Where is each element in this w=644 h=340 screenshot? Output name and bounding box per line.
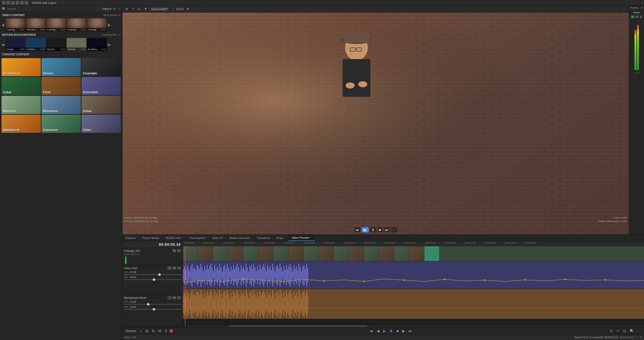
- transport-snap-icon[interactable]: ⊞: [144, 328, 149, 333]
- track-bg-pan-slider[interactable]: [124, 309, 181, 310]
- cursor-icon[interactable]: ↗: [131, 7, 135, 11]
- curated-item-mountains[interactable]: Mountains: [42, 96, 81, 114]
- curated-item-urban[interactable]: Urban: [82, 96, 121, 114]
- play-btn[interactable]: ▶: [382, 328, 387, 333]
- tab-video-preview-close[interactable]: ×: [310, 236, 311, 239]
- settings-status-icon[interactable]: ⚙: [640, 336, 642, 339]
- video-thumb-4[interactable]: A young...0:12: [67, 18, 86, 31]
- track-footage-s-btn[interactable]: S: [177, 249, 181, 252]
- preview-pause-btn[interactable]: ⏸: [370, 227, 376, 232]
- snap-icon[interactable]: ⊞: [125, 7, 129, 11]
- track-vo-s-btn[interactable]: S: [177, 266, 181, 270]
- tab-transitions[interactable]: Transitions: [254, 235, 273, 241]
- ff-btn[interactable]: ⏭: [408, 328, 413, 333]
- more-options-icon[interactable]: ⋯: [117, 7, 120, 11]
- playhead[interactable]: [185, 246, 185, 325]
- open-icon[interactable]: [11, 1, 15, 5]
- tab-proje[interactable]: Proje...: [273, 235, 288, 241]
- star-icon[interactable]: ★: [113, 7, 116, 11]
- select-btn[interactable]: ⊡: [622, 328, 627, 333]
- s-button[interactable]: S: [639, 15, 642, 18]
- settings-icon[interactable]: ⚙: [641, 7, 643, 9]
- zoom-icon[interactable]: ⊞: [186, 7, 190, 11]
- track-bg-icon[interactable]: 🎵: [168, 296, 172, 300]
- script-icon[interactable]: ⚑: [143, 7, 148, 11]
- transport-s-icon[interactable]: S: [164, 328, 168, 333]
- track-vo-pan-slider[interactable]: [124, 279, 181, 280]
- video-thumb-3[interactable]: A young...0:13: [46, 18, 66, 31]
- rewind-btn[interactable]: ⏮: [369, 328, 374, 333]
- curated-item-wanderlust[interactable]: Wanderlust: [2, 115, 41, 133]
- edit-btn[interactable]: ✂: [616, 328, 621, 333]
- curated-item-drones[interactable]: Drones: [42, 58, 81, 76]
- track-vo-icon[interactable]: 🎙: [168, 266, 172, 270]
- tab-hub-explorer[interactable]: Hub Explorer: [186, 235, 209, 241]
- motion-thumb-next-icon[interactable]: ▶: [107, 42, 111, 47]
- curated-item-innovation[interactable]: Innovation: [82, 77, 121, 95]
- motion-thumb-prev-icon[interactable]: ◀: [1, 42, 5, 47]
- tab-vegas-hub[interactable]: VEGAS Hub ×: [162, 235, 186, 241]
- tab-explorer[interactable]: Explorer: [123, 235, 139, 241]
- m-button[interactable]: M: [635, 15, 639, 18]
- tab-project-media[interactable]: Project Media: [139, 235, 162, 241]
- tab-video-fx[interactable]: Video FX: [209, 235, 226, 241]
- motion-thumb-2[interactable]: A vibran...0:10: [26, 38, 46, 51]
- audio-voiceover-track[interactable]: [183, 261, 644, 289]
- curated-item-cinematic[interactable]: Cinematic: [82, 58, 121, 76]
- video-track[interactable]: [183, 246, 644, 261]
- new-icon[interactable]: [7, 1, 10, 5]
- motion-thumb-1[interactable]: Creepy...0:09: [6, 38, 25, 51]
- tab-video-preview[interactable]: Video Preview ×: [288, 235, 315, 241]
- video-thumb-1[interactable]: A young...0:07: [6, 18, 25, 31]
- menu-icon[interactable]: [2, 1, 6, 5]
- search-input[interactable]: [7, 7, 101, 10]
- timeline-scrollbar-thumb[interactable]: [229, 325, 367, 327]
- motion-thumb-4[interactable]: Animati...0:30: [67, 38, 86, 51]
- tab-vegas-hub-close[interactable]: ×: [182, 236, 183, 239]
- more-btns[interactable]: ⋯: [636, 328, 642, 333]
- undo-icon[interactable]: [20, 1, 24, 5]
- fx-button[interactable]: fx: [631, 15, 634, 18]
- zoom-in-btn[interactable]: 🔍: [629, 328, 635, 333]
- transport-m-icon[interactable]: M: [157, 328, 162, 333]
- motion-bg-sort[interactable]: Trending Now ▾: [102, 33, 120, 36]
- preview-stop-btn[interactable]: ■: [378, 227, 382, 232]
- more-preview-icon[interactable]: ⋯: [202, 7, 206, 11]
- motion-thumb-5[interactable]: Breaking...0:10: [87, 38, 107, 51]
- preview-play-btn[interactable]: ▶: [362, 227, 369, 232]
- track-footage-m-btn[interactable]: M: [172, 249, 176, 252]
- track-bg-vol-slider[interactable]: [124, 304, 181, 305]
- preview-more-btn[interactable]: ⋯: [391, 227, 397, 232]
- track-bg-s-btn[interactable]: S: [177, 296, 181, 300]
- preview-prev-btn[interactable]: ⏮: [354, 227, 360, 232]
- video-content-dropdown[interactable]: Video ▾: [102, 7, 111, 11]
- curated-item-wellness[interactable]: Wellness: [2, 96, 41, 114]
- video-thumb-2[interactable]: Two you...0:06: [26, 18, 46, 31]
- audio-bgmusic-track[interactable]: [183, 289, 644, 319]
- transport-fx-icon[interactable]: fx: [151, 328, 156, 333]
- prev-frame-btn[interactable]: ◀: [376, 328, 381, 333]
- curated-item-food[interactable]: Food: [42, 77, 81, 95]
- quality-dropdown[interactable]: Good (Half) ▾: [150, 7, 169, 11]
- video-thumb-5[interactable]: A young...0:11: [87, 18, 107, 31]
- fx-icon[interactable]: fx: [137, 7, 141, 11]
- motion-thumb-3[interactable]: Top Do...0:10: [46, 38, 66, 51]
- thumb-prev-icon[interactable]: ◀: [1, 23, 5, 27]
- record-btn[interactable]: ●: [170, 329, 173, 332]
- grid-icon[interactable]: ⋮⋮: [192, 7, 199, 11]
- timeline-scrollbar[interactable]: [183, 325, 644, 327]
- redo-icon[interactable]: [25, 1, 28, 5]
- track-bg-m-btn[interactable]: M: [172, 296, 176, 300]
- video-content-sort[interactable]: Most Recent ▾: [103, 14, 120, 17]
- curated-item-adventure[interactable]: Adventure: [42, 115, 81, 133]
- curated-item-architecture[interactable]: Architecture: [2, 58, 41, 76]
- track-vo-vol-slider[interactable]: [124, 274, 181, 275]
- pause-btn[interactable]: ⏸: [388, 328, 394, 333]
- tab-media-generator[interactable]: Media Generator: [226, 235, 254, 241]
- transport-add-icon[interactable]: +: [139, 328, 143, 333]
- curated-item-cyber[interactable]: Cyber: [2, 77, 41, 95]
- track-vo-m-btn[interactable]: M: [172, 266, 176, 270]
- loop-btn[interactable]: ⟳: [609, 328, 614, 333]
- stop-btn[interactable]: ■: [395, 328, 399, 333]
- curated-item-video[interactable]: Video: [82, 115, 121, 133]
